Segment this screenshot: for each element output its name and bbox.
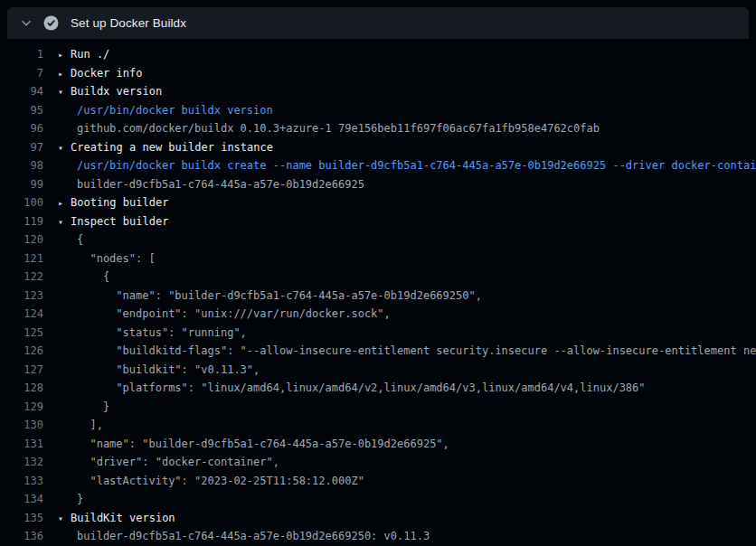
log-line-text: builder-d9cfb5a1-c764-445a-a57e-0b19d2e6… (71, 175, 364, 194)
group-expanded-icon[interactable]: ▾ (58, 213, 71, 231)
log-line: 134} (0, 490, 756, 509)
log-line[interactable]: 135▾BuildKit version (0, 509, 756, 528)
line-number[interactable]: 124 (0, 305, 43, 324)
line-number[interactable]: 98 (0, 156, 43, 175)
log-line[interactable]: 1▸Run ./ (0, 45, 756, 64)
log-line[interactable]: 119▾Inspect builder (0, 212, 756, 231)
log-line-text: Booting builder (71, 193, 168, 212)
line-number[interactable]: 131 (0, 435, 43, 454)
log-line: 123 "name": "builder-d9cfb5a1-c764-445a-… (0, 287, 756, 306)
log-viewer[interactable]: 1▸Run ./ 7▸Docker info 94▾Buildx version… (0, 39, 756, 546)
log-line-text: "buildkit": "v0.11.3", (71, 361, 260, 380)
group-expanded-icon[interactable]: ▾ (58, 510, 71, 528)
log-line-text: "nodes": [ (71, 249, 156, 268)
log-line: 130 ], (0, 416, 756, 435)
line-number[interactable]: 129 (0, 398, 43, 417)
log-line: 124 "endpoint": "unix:///var/run/docker.… (0, 305, 756, 324)
log-line: 131 "name": "builder-d9cfb5a1-c764-445a-… (0, 435, 756, 454)
line-number[interactable]: 133 (0, 472, 43, 491)
step-header[interactable]: Set up Docker Buildx (7, 7, 749, 39)
actions-log-panel: Set up Docker Buildx 1▸Run ./ 7▸Docker i… (0, 0, 756, 546)
log-line-text: "endpoint": "unix:///var/run/docker.sock… (71, 305, 391, 324)
log-line-text: Buildx version (71, 82, 162, 101)
log-line: 128 "platforms": "linux/amd64,linux/amd6… (0, 379, 756, 398)
log-line: 121 "nodes": [ (0, 249, 756, 268)
line-number[interactable]: 123 (0, 287, 43, 306)
group-collapsed-icon[interactable]: ▸ (58, 194, 71, 212)
log-line-text: /usr/bin/docker buildx version (71, 101, 273, 120)
log-line: 133 "lastActivity": "2023-02-25T11:58:12… (0, 472, 756, 491)
log-line-text: "lastActivity": "2023-02-25T11:58:12.000… (71, 472, 364, 491)
log-line: 125 "status": "running", (0, 324, 756, 343)
line-number[interactable]: 126 (0, 342, 43, 361)
log-line[interactable]: 7▸Docker info (0, 64, 756, 83)
log-line: 132 "driver": "docker-container", (0, 453, 756, 472)
line-number[interactable]: 134 (0, 490, 43, 509)
log-line-text: Creating a new builder instance (71, 138, 273, 157)
log-line-text: "driver": "docker-container", (71, 453, 279, 472)
log-line-text: Inspect builder (71, 212, 168, 231)
log-line-text: } (71, 490, 83, 509)
line-number[interactable]: 132 (0, 453, 43, 472)
group-expanded-icon[interactable]: ▾ (58, 83, 71, 101)
line-number[interactable]: 128 (0, 379, 43, 398)
group-expanded-icon[interactable]: ▾ (58, 139, 71, 157)
log-line-text: "platforms": "linux/amd64,linux/amd64/v2… (71, 379, 646, 398)
log-line: 96github.com/docker/buildx 0.10.3+azure-… (0, 119, 756, 138)
log-line: 126 "buildkitd-flags": "--allow-insecure… (0, 342, 756, 361)
log-line: 122 { (0, 268, 756, 287)
log-line[interactable]: 94▾Buildx version (0, 82, 756, 101)
line-number[interactable]: 100 (0, 193, 43, 212)
line-number[interactable]: 125 (0, 324, 43, 343)
log-line-text: { (71, 268, 109, 287)
log-line-text: Docker info (71, 64, 142, 83)
log-line-text: "buildkitd-flags": "--allow-insecure-ent… (71, 342, 756, 361)
line-number[interactable]: 121 (0, 249, 43, 268)
log-line: 129 } (0, 398, 756, 417)
line-number[interactable]: 122 (0, 268, 43, 287)
line-number[interactable]: 120 (0, 231, 43, 249)
line-number[interactable]: 96 (0, 119, 43, 138)
step-title: Set up Docker Buildx (71, 16, 186, 30)
line-number[interactable]: 135 (0, 509, 43, 528)
group-collapsed-icon[interactable]: ▸ (58, 65, 71, 83)
line-number[interactable]: 127 (0, 361, 43, 380)
log-line-text: { (71, 231, 83, 249)
line-number[interactable]: 7 (0, 64, 43, 83)
log-line-text: "name": "builder-d9cfb5a1-c764-445a-a57e… (71, 287, 482, 306)
log-line-text: Run ./ (71, 45, 109, 64)
chevron-down-icon[interactable] (20, 17, 33, 30)
log-line-text: "name": "builder-d9cfb5a1-c764-445a-a57e… (71, 435, 449, 454)
log-line: 127 "buildkit": "v0.11.3", (0, 361, 756, 380)
check-circle-icon (43, 15, 59, 31)
line-number[interactable]: 1 (0, 45, 43, 64)
log-line: 136builder-d9cfb5a1-c764-445a-a57e-0b19d… (0, 527, 756, 546)
line-number[interactable]: 119 (0, 212, 43, 231)
group-collapsed-icon[interactable]: ▸ (58, 46, 71, 64)
line-number[interactable]: 94 (0, 82, 43, 101)
log-line-text: /usr/bin/docker buildx create --name bui… (71, 156, 756, 175)
line-number[interactable]: 95 (0, 101, 43, 120)
log-line-text: BuildKit version (71, 509, 175, 528)
log-line-text: github.com/docker/buildx 0.10.3+azure-1 … (71, 119, 600, 138)
log-line-text: } (71, 398, 109, 417)
line-number[interactable]: 136 (0, 527, 43, 546)
log-line: 120{ (0, 231, 756, 249)
line-number[interactable]: 130 (0, 416, 43, 435)
log-line[interactable]: 97▾Creating a new builder instance (0, 138, 756, 157)
log-line[interactable]: 100▸Booting builder (0, 193, 756, 212)
line-number[interactable]: 99 (0, 175, 43, 194)
log-line-text: ], (71, 416, 103, 435)
log-line-text: "status": "running", (71, 324, 247, 343)
log-line: 99builder-d9cfb5a1-c764-445a-a57e-0b19d2… (0, 175, 756, 194)
log-line: 95/usr/bin/docker buildx version (0, 101, 756, 120)
line-number[interactable]: 97 (0, 138, 43, 157)
log-line-text: builder-d9cfb5a1-c764-445a-a57e-0b19d2e6… (71, 527, 430, 546)
log-line: 98/usr/bin/docker buildx create --name b… (0, 156, 756, 175)
